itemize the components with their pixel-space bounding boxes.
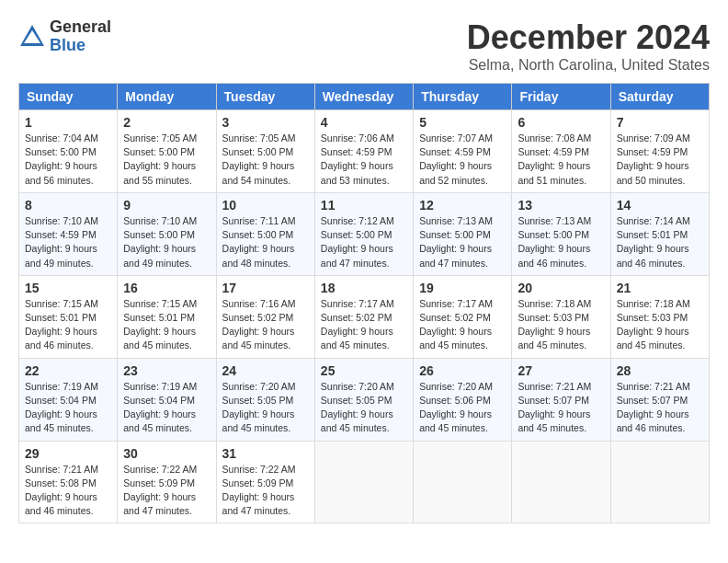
col-saturday: Saturday xyxy=(610,84,709,110)
table-row: 9Sunrise: 7:10 AMSunset: 5:00 PMDaylight… xyxy=(118,192,216,275)
table-row xyxy=(512,441,610,523)
table-row: 24Sunrise: 7:20 AMSunset: 5:05 PMDayligh… xyxy=(216,358,314,441)
table-row: 30Sunrise: 7:22 AMSunset: 5:09 PMDayligh… xyxy=(118,441,216,523)
month-title: December 2024 xyxy=(467,18,710,57)
table-row xyxy=(314,441,413,523)
table-row: 18Sunrise: 7:17 AMSunset: 5:02 PMDayligh… xyxy=(314,275,413,358)
logo-icon xyxy=(18,23,46,51)
table-row: 1Sunrise: 7:04 AMSunset: 5:00 PMDaylight… xyxy=(19,110,118,193)
table-row: 11Sunrise: 7:12 AMSunset: 5:00 PMDayligh… xyxy=(314,192,413,275)
table-row: 12Sunrise: 7:13 AMSunset: 5:00 PMDayligh… xyxy=(414,192,512,275)
table-row: 14Sunrise: 7:14 AMSunset: 5:01 PMDayligh… xyxy=(610,192,709,275)
table-row: 17Sunrise: 7:16 AMSunset: 5:02 PMDayligh… xyxy=(216,275,314,358)
table-row: 3Sunrise: 7:05 AMSunset: 5:00 PMDaylight… xyxy=(216,110,314,193)
table-row: 7Sunrise: 7:09 AMSunset: 4:59 PMDaylight… xyxy=(610,110,709,193)
table-row: 28Sunrise: 7:21 AMSunset: 5:07 PMDayligh… xyxy=(610,358,709,441)
table-row: 10Sunrise: 7:11 AMSunset: 5:00 PMDayligh… xyxy=(216,192,314,275)
logo-blue: Blue xyxy=(50,37,111,55)
title-area: December 2024 Selma, North Carolina, Uni… xyxy=(467,18,710,74)
table-row: 5Sunrise: 7:07 AMSunset: 4:59 PMDaylight… xyxy=(414,110,512,193)
table-row: 23Sunrise: 7:19 AMSunset: 5:04 PMDayligh… xyxy=(118,358,216,441)
col-sunday: Sunday xyxy=(19,84,118,110)
col-friday: Friday xyxy=(512,84,610,110)
table-row: 6Sunrise: 7:08 AMSunset: 4:59 PMDaylight… xyxy=(512,110,610,193)
col-thursday: Thursday xyxy=(414,84,512,110)
header: General Blue December 2024 Selma, North … xyxy=(18,18,710,74)
table-row: 4Sunrise: 7:06 AMSunset: 4:59 PMDaylight… xyxy=(314,110,413,193)
logo: General Blue xyxy=(18,18,111,55)
table-row: 21Sunrise: 7:18 AMSunset: 5:03 PMDayligh… xyxy=(610,275,709,358)
table-row: 8Sunrise: 7:10 AMSunset: 4:59 PMDaylight… xyxy=(19,192,118,275)
table-row xyxy=(610,441,709,523)
week-row: 8Sunrise: 7:10 AMSunset: 4:59 PMDaylight… xyxy=(19,192,710,275)
table-row: 25Sunrise: 7:20 AMSunset: 5:05 PMDayligh… xyxy=(314,358,413,441)
table-row: 31Sunrise: 7:22 AMSunset: 5:09 PMDayligh… xyxy=(216,441,314,523)
table-row: 26Sunrise: 7:20 AMSunset: 5:06 PMDayligh… xyxy=(414,358,512,441)
col-tuesday: Tuesday xyxy=(216,84,314,110)
week-row: 22Sunrise: 7:19 AMSunset: 5:04 PMDayligh… xyxy=(19,358,710,441)
page-container: General Blue December 2024 Selma, North … xyxy=(18,18,710,523)
table-row: 29Sunrise: 7:21 AMSunset: 5:08 PMDayligh… xyxy=(19,441,118,523)
location-title: Selma, North Carolina, United States xyxy=(467,57,710,74)
week-row: 15Sunrise: 7:15 AMSunset: 5:01 PMDayligh… xyxy=(19,275,710,358)
week-row: 29Sunrise: 7:21 AMSunset: 5:08 PMDayligh… xyxy=(19,441,710,523)
table-row: 2Sunrise: 7:05 AMSunset: 5:00 PMDaylight… xyxy=(118,110,216,193)
header-row: Sunday Monday Tuesday Wednesday Thursday… xyxy=(19,84,710,110)
col-monday: Monday xyxy=(118,84,216,110)
table-row: 13Sunrise: 7:13 AMSunset: 5:00 PMDayligh… xyxy=(512,192,610,275)
col-wednesday: Wednesday xyxy=(314,84,413,110)
table-row xyxy=(414,441,512,523)
calendar-table: Sunday Monday Tuesday Wednesday Thursday… xyxy=(18,83,710,523)
table-row: 19Sunrise: 7:17 AMSunset: 5:02 PMDayligh… xyxy=(414,275,512,358)
table-row: 16Sunrise: 7:15 AMSunset: 5:01 PMDayligh… xyxy=(118,275,216,358)
table-row: 27Sunrise: 7:21 AMSunset: 5:07 PMDayligh… xyxy=(512,358,610,441)
week-row: 1Sunrise: 7:04 AMSunset: 5:00 PMDaylight… xyxy=(19,110,710,193)
table-row: 20Sunrise: 7:18 AMSunset: 5:03 PMDayligh… xyxy=(512,275,610,358)
table-row: 15Sunrise: 7:15 AMSunset: 5:01 PMDayligh… xyxy=(19,275,118,358)
table-row: 22Sunrise: 7:19 AMSunset: 5:04 PMDayligh… xyxy=(19,358,118,441)
logo-general: General xyxy=(50,18,111,37)
